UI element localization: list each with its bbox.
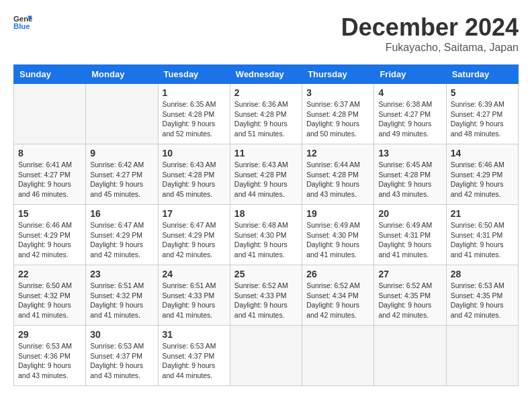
day-info: Sunrise: 6:50 AMSunset: 4:32 PMDaylight:… [18, 281, 81, 320]
day-number: 4 [378, 87, 441, 98]
calendar-day-cell: 24 Sunrise: 6:51 AMSunset: 4:33 PMDaylig… [158, 265, 230, 326]
day-info: Sunrise: 6:36 AMSunset: 4:28 PMDaylight:… [234, 99, 298, 139]
calendar-day-cell [230, 326, 302, 386]
day-info: Sunrise: 6:49 AMSunset: 4:30 PMDaylight:… [306, 220, 369, 260]
day-number: 19 [306, 208, 369, 219]
day-info: Sunrise: 6:47 AMSunset: 4:29 PMDaylight:… [90, 220, 153, 260]
day-info: Sunrise: 6:52 AMSunset: 4:35 PMDaylight:… [378, 281, 441, 320]
calendar-day-cell: 2 Sunrise: 6:36 AMSunset: 4:28 PMDayligh… [230, 84, 302, 144]
calendar-day-cell: 15 Sunrise: 6:46 AMSunset: 4:29 PMDaylig… [14, 205, 86, 265]
day-info: Sunrise: 6:53 AMSunset: 4:37 PMDaylight:… [163, 341, 226, 381]
svg-text:Blue: Blue [13, 22, 30, 30]
day-info: Sunrise: 6:53 AMSunset: 4:36 PMDaylight:… [18, 341, 81, 381]
day-info: Sunrise: 6:39 AMSunset: 4:27 PMDaylight:… [451, 99, 514, 139]
day-number: 5 [451, 87, 514, 98]
weekday-header-cell: Tuesday [158, 65, 230, 84]
day-info: Sunrise: 6:49 AMSunset: 4:31 PMDaylight:… [378, 220, 441, 260]
calendar-day-cell [302, 326, 374, 386]
calendar-day-cell: 20 Sunrise: 6:49 AMSunset: 4:31 PMDaylig… [374, 205, 446, 265]
calendar-day-cell [86, 84, 158, 144]
weekday-header-cell: Saturday [446, 65, 518, 84]
day-number: 17 [163, 208, 226, 219]
day-info: Sunrise: 6:53 AMSunset: 4:37 PMDaylight:… [90, 341, 153, 381]
title-area: December 2024 Fukayacho, Saitama, Japan [341, 13, 519, 54]
day-info: Sunrise: 6:47 AMSunset: 4:29 PMDaylight:… [163, 220, 226, 260]
day-number: 31 [163, 329, 226, 340]
calendar-week-row: 22 Sunrise: 6:50 AMSunset: 4:32 PMDaylig… [14, 265, 519, 326]
weekday-header-row: SundayMondayTuesdayWednesdayThursdayFrid… [14, 65, 519, 84]
calendar-week-row: 1 Sunrise: 6:35 AMSunset: 4:28 PMDayligh… [14, 84, 519, 144]
weekday-header-cell: Monday [86, 65, 158, 84]
calendar-day-cell: 1 Sunrise: 6:35 AMSunset: 4:28 PMDayligh… [158, 84, 230, 144]
calendar-day-cell: 13 Sunrise: 6:45 AMSunset: 4:28 PMDaylig… [374, 144, 446, 205]
calendar-day-cell: 19 Sunrise: 6:49 AMSunset: 4:30 PMDaylig… [302, 205, 374, 265]
logo-icon: General Blue [13, 13, 32, 32]
calendar-day-cell: 25 Sunrise: 6:52 AMSunset: 4:33 PMDaylig… [230, 265, 302, 326]
calendar-week-row: 15 Sunrise: 6:46 AMSunset: 4:29 PMDaylig… [14, 205, 519, 265]
day-number: 11 [234, 148, 298, 158]
day-number: 29 [18, 329, 81, 340]
day-number: 23 [90, 269, 153, 279]
weekday-header-cell: Thursday [302, 65, 374, 84]
logo: General Blue [13, 13, 32, 32]
day-number: 3 [306, 87, 369, 98]
calendar-day-cell [446, 326, 518, 386]
day-info: Sunrise: 6:38 AMSunset: 4:27 PMDaylight:… [378, 99, 441, 139]
day-info: Sunrise: 6:42 AMSunset: 4:27 PMDaylight:… [90, 160, 153, 199]
location-title: Fukayacho, Saitama, Japan [341, 42, 519, 54]
calendar-day-cell: 3 Sunrise: 6:37 AMSunset: 4:28 PMDayligh… [302, 84, 374, 144]
day-number: 30 [90, 329, 153, 340]
calendar-day-cell: 5 Sunrise: 6:39 AMSunset: 4:27 PMDayligh… [446, 84, 518, 144]
calendar-day-cell: 27 Sunrise: 6:52 AMSunset: 4:35 PMDaylig… [374, 265, 446, 326]
month-title: December 2024 [341, 13, 519, 42]
day-info: Sunrise: 6:35 AMSunset: 4:28 PMDaylight:… [163, 99, 226, 139]
calendar-day-cell [14, 84, 86, 144]
day-info: Sunrise: 6:51 AMSunset: 4:33 PMDaylight:… [163, 281, 226, 320]
day-number: 25 [234, 269, 298, 279]
day-number: 24 [163, 269, 226, 279]
calendar-day-cell: 4 Sunrise: 6:38 AMSunset: 4:27 PMDayligh… [374, 84, 446, 144]
day-number: 18 [234, 208, 298, 219]
day-number: 15 [18, 208, 81, 219]
weekday-header-cell: Wednesday [230, 65, 302, 84]
day-number: 8 [18, 148, 81, 158]
calendar-day-cell: 17 Sunrise: 6:47 AMSunset: 4:29 PMDaylig… [158, 205, 230, 265]
day-info: Sunrise: 6:48 AMSunset: 4:30 PMDaylight:… [234, 220, 298, 260]
day-number: 2 [234, 87, 298, 98]
day-number: 16 [90, 208, 153, 219]
calendar-day-cell: 11 Sunrise: 6:43 AMSunset: 4:28 PMDaylig… [230, 144, 302, 205]
calendar-day-cell: 22 Sunrise: 6:50 AMSunset: 4:32 PMDaylig… [14, 265, 86, 326]
calendar-day-cell: 30 Sunrise: 6:53 AMSunset: 4:37 PMDaylig… [86, 326, 158, 386]
day-info: Sunrise: 6:50 AMSunset: 4:31 PMDaylight:… [451, 220, 514, 260]
calendar-table: SundayMondayTuesdayWednesdayThursdayFrid… [13, 64, 519, 386]
weekday-header-cell: Sunday [14, 65, 86, 84]
calendar-day-cell: 14 Sunrise: 6:46 AMSunset: 4:29 PMDaylig… [446, 144, 518, 205]
day-info: Sunrise: 6:44 AMSunset: 4:28 PMDaylight:… [306, 160, 369, 199]
day-number: 14 [451, 148, 514, 158]
calendar-week-row: 29 Sunrise: 6:53 AMSunset: 4:36 PMDaylig… [14, 326, 519, 386]
calendar-day-cell [374, 326, 446, 386]
day-info: Sunrise: 6:45 AMSunset: 4:28 PMDaylight:… [378, 160, 441, 199]
calendar-day-cell: 31 Sunrise: 6:53 AMSunset: 4:37 PMDaylig… [158, 326, 230, 386]
day-number: 12 [306, 148, 369, 158]
calendar-day-cell: 12 Sunrise: 6:44 AMSunset: 4:28 PMDaylig… [302, 144, 374, 205]
day-info: Sunrise: 6:46 AMSunset: 4:29 PMDaylight:… [18, 220, 81, 260]
day-info: Sunrise: 6:46 AMSunset: 4:29 PMDaylight:… [451, 160, 514, 199]
calendar-day-cell: 21 Sunrise: 6:50 AMSunset: 4:31 PMDaylig… [446, 205, 518, 265]
day-number: 28 [451, 269, 514, 279]
day-info: Sunrise: 6:43 AMSunset: 4:28 PMDaylight:… [163, 160, 226, 199]
calendar-day-cell: 9 Sunrise: 6:42 AMSunset: 4:27 PMDayligh… [86, 144, 158, 205]
day-info: Sunrise: 6:41 AMSunset: 4:27 PMDaylight:… [18, 160, 81, 199]
calendar-day-cell: 23 Sunrise: 6:51 AMSunset: 4:32 PMDaylig… [86, 265, 158, 326]
day-number: 13 [378, 148, 441, 158]
day-number: 20 [378, 208, 441, 219]
calendar-day-cell: 18 Sunrise: 6:48 AMSunset: 4:30 PMDaylig… [230, 205, 302, 265]
calendar-day-cell: 26 Sunrise: 6:52 AMSunset: 4:34 PMDaylig… [302, 265, 374, 326]
calendar-day-cell: 16 Sunrise: 6:47 AMSunset: 4:29 PMDaylig… [86, 205, 158, 265]
day-number: 9 [90, 148, 153, 158]
day-info: Sunrise: 6:37 AMSunset: 4:28 PMDaylight:… [306, 99, 369, 139]
calendar-body: 1 Sunrise: 6:35 AMSunset: 4:28 PMDayligh… [14, 84, 519, 386]
day-number: 21 [451, 208, 514, 219]
calendar-day-cell: 29 Sunrise: 6:53 AMSunset: 4:36 PMDaylig… [14, 326, 86, 386]
day-number: 10 [163, 148, 226, 158]
